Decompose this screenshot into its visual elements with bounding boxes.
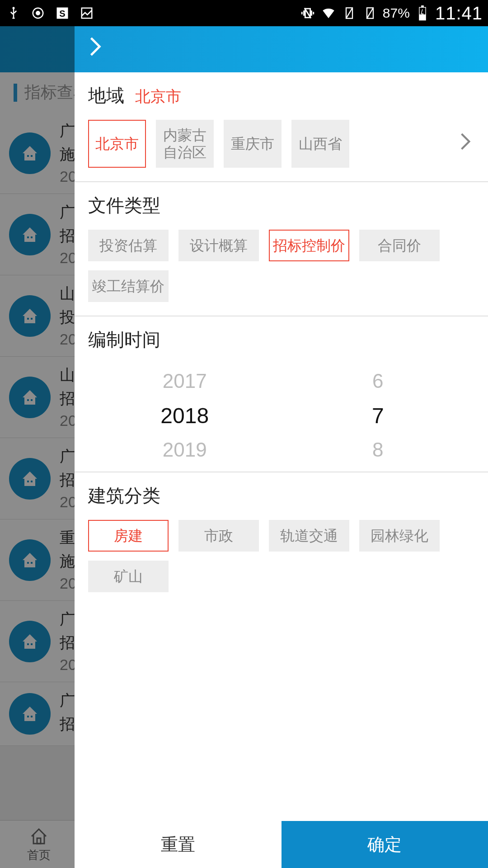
year-picker[interactable]: 2017 2018 2019: [88, 364, 282, 467]
filetype-chip-2[interactable]: 招标控制价: [269, 230, 349, 261]
month-option[interactable]: 8: [372, 433, 383, 467]
building-title: 建筑分类: [88, 483, 160, 508]
svg-rect-1: [13, 9, 14, 18]
month-option[interactable]: 6: [372, 364, 383, 398]
status-bar: S 87% 11:41: [0, 0, 488, 26]
building-chip-3[interactable]: 园林绿化: [359, 520, 440, 552]
time-title: 编制时间: [88, 327, 160, 352]
building-chip-4[interactable]: 矿山: [88, 561, 169, 592]
filetype-chip-0[interactable]: 投资估算: [88, 230, 169, 261]
reset-button[interactable]: 重置: [75, 821, 282, 868]
wifi-icon: [320, 5, 337, 21]
sync-icon: [30, 5, 46, 21]
vibrate-icon: [300, 5, 316, 21]
region-chip-neimenggu[interactable]: 内蒙古 自治区: [156, 120, 214, 168]
svg-rect-2: [13, 18, 15, 19]
month-picker[interactable]: 6 7 8: [282, 364, 475, 467]
building-section: 建筑分类 房建 市政 轨道交通 园林绿化 矿山: [75, 472, 488, 606]
year-option-selected[interactable]: 2018: [160, 398, 209, 433]
month-option-selected[interactable]: 7: [372, 398, 384, 433]
svg-rect-7: [82, 8, 92, 19]
usb-icon: [5, 5, 22, 21]
building-chip-0[interactable]: 房建: [88, 520, 169, 552]
back-chevron-icon[interactable]: [88, 35, 103, 63]
year-option[interactable]: 2017: [163, 364, 207, 398]
building-chip-1[interactable]: 市政: [178, 520, 259, 552]
region-section: 地域 北京市 北京市 内蒙古 自治区 重庆市 山西省: [75, 72, 488, 182]
svg-point-4: [36, 11, 40, 15]
building-chip-2[interactable]: 轨道交通: [269, 520, 349, 552]
drawer-footer: 重置 确定: [75, 821, 488, 868]
battery-percent: 87%: [383, 5, 410, 21]
filetype-section: 文件类型 投资估算 设计概算 招标控制价 合同价 竣工结算价: [75, 182, 488, 316]
filetype-chip-4[interactable]: 竣工结算价: [88, 270, 169, 302]
region-chip-chongqing[interactable]: 重庆市: [224, 120, 282, 168]
sim2-icon: [362, 5, 378, 21]
battery-charging-icon: [414, 5, 431, 21]
clock: 11:41: [435, 3, 483, 24]
overlay-dim[interactable]: [0, 26, 75, 868]
filetype-chip-3[interactable]: 合同价: [359, 230, 440, 261]
year-option[interactable]: 2019: [163, 433, 207, 467]
region-selected: 北京市: [135, 86, 181, 107]
image-icon: [79, 5, 95, 21]
region-chip-shanxi[interactable]: 山西省: [291, 120, 349, 168]
confirm-button[interactable]: 确定: [282, 821, 488, 868]
drawer-header: [75, 26, 488, 72]
svg-rect-11: [421, 5, 424, 7]
filetype-chip-1[interactable]: 设计概算: [178, 230, 259, 261]
filter-drawer: 地域 北京市 北京市 内蒙古 自治区 重庆市 山西省 文件类型 投资估算 设计概…: [75, 26, 488, 868]
sim1-icon: [341, 5, 357, 21]
filetype-title: 文件类型: [88, 193, 160, 218]
svg-text:S: S: [59, 9, 65, 19]
region-chip-beijing[interactable]: 北京市: [88, 120, 146, 168]
time-section: 编制时间 2017 2018 2019 6 7 8: [75, 316, 488, 472]
chevron-right-icon[interactable]: [459, 131, 474, 157]
region-title: 地域: [88, 83, 124, 108]
app-s-icon: S: [54, 5, 70, 21]
